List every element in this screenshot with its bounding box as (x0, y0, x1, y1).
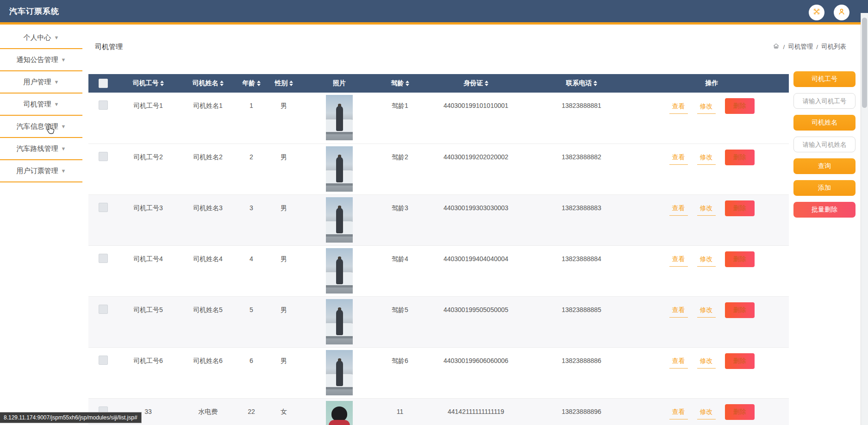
scrollbar-thumb[interactable] (862, 18, 867, 108)
column-header: 操作 (635, 74, 789, 93)
sidebar-item[interactable]: 个人中心 ▼ (0, 27, 82, 49)
row-checkbox[interactable] (99, 100, 108, 110)
breadcrumb-section[interactable]: 司机管理 (788, 43, 813, 51)
column-header-label: 性别 (275, 79, 288, 87)
sidebar-item[interactable]: 通知公告管理 ▼ (0, 49, 82, 71)
view-link[interactable]: 查看 (669, 357, 688, 369)
age-cell: 22 (237, 398, 265, 425)
home-icon[interactable] (773, 43, 780, 51)
sort-icon[interactable] (160, 81, 164, 86)
table-row: 司机工号1 司机姓名1 1 男 驾龄1 440300199101010001 1… (88, 93, 789, 144)
driving-years-cell: 驾龄3 (376, 194, 424, 245)
sidebar-item-label: 个人中心 (24, 33, 51, 42)
column-header[interactable]: 年龄 (237, 74, 265, 93)
view-link[interactable]: 查看 (669, 102, 688, 114)
sidebar-item[interactable]: 汽车路线管理 ▼ (0, 138, 82, 160)
age-cell: 6 (237, 347, 265, 398)
chevron-down-icon: ▼ (54, 101, 59, 107)
driver-no-cell: 司机工号3 (118, 194, 178, 245)
sidebar-item[interactable]: 用户管理 ▼ (0, 71, 82, 94)
phone-cell: 13823888896 (528, 398, 635, 425)
column-header[interactable]: 身份证 (424, 74, 528, 93)
row-checkbox[interactable] (99, 152, 108, 161)
column-header[interactable]: 司机工号 (118, 74, 178, 93)
driver-no-cell: 司机工号4 (118, 245, 178, 296)
batch-delete-button[interactable]: 批量删除 (793, 202, 856, 218)
add-button[interactable]: 添加 (793, 180, 856, 196)
driver-no-cell: 司机工号6 (118, 347, 178, 398)
row-checkbox[interactable] (99, 254, 108, 263)
view-link[interactable]: 查看 (669, 153, 688, 165)
edit-link[interactable]: 修改 (697, 255, 716, 267)
view-link[interactable]: 查看 (669, 204, 688, 216)
id-card-cell: 440300199303030003 (424, 194, 528, 245)
sort-icon[interactable] (220, 81, 224, 86)
driver-name-cell: 司机姓名4 (178, 245, 237, 296)
driver-photo (326, 248, 353, 294)
row-checkbox[interactable] (99, 203, 108, 212)
column-header[interactable]: 联系电话 (528, 74, 635, 93)
column-header-label: 操作 (706, 79, 718, 87)
column-header: 照片 (302, 74, 376, 93)
driver-no-cell: 司机工号2 (118, 144, 178, 194)
sidebar-item[interactable]: 汽车信息管理 ▼ (0, 116, 82, 138)
id-card-cell: 44142111111111119 (424, 398, 528, 425)
edit-link[interactable]: 修改 (697, 102, 716, 114)
row-checkbox[interactable] (99, 356, 108, 365)
vertical-scrollbar[interactable] (861, 13, 868, 425)
view-link[interactable]: 查看 (669, 255, 688, 267)
breadcrumb-separator: / (783, 44, 785, 50)
gender-cell: 男 (265, 347, 302, 398)
column-header[interactable]: 性别 (265, 74, 302, 93)
column-header[interactable]: 驾龄 (376, 74, 424, 93)
gender-cell: 男 (265, 245, 302, 296)
breadcrumb-page: 司机列表 (821, 43, 846, 51)
sidebar-item-label: 用户管理 (24, 78, 51, 87)
age-cell: 4 (237, 245, 265, 296)
delete-button[interactable]: 删除 (725, 98, 755, 114)
edit-link[interactable]: 修改 (697, 357, 716, 369)
sort-icon[interactable] (593, 81, 597, 86)
gender-cell: 男 (265, 194, 302, 245)
driver-no-input[interactable] (793, 93, 856, 109)
delete-button[interactable]: 删除 (725, 251, 755, 267)
page-title: 司机管理 (95, 43, 123, 51)
view-link[interactable]: 查看 (669, 306, 688, 318)
phone-cell: 13823888884 (528, 245, 635, 296)
driver-name-cell: 司机姓名2 (178, 144, 237, 194)
sort-icon[interactable] (406, 81, 409, 86)
query-button[interactable]: 查询 (793, 158, 856, 174)
sidebar-item-label: 司机管理 (24, 100, 51, 109)
delete-button[interactable]: 删除 (725, 353, 755, 369)
driver-no-label-button[interactable]: 司机工号 (793, 71, 856, 87)
view-link[interactable]: 查看 (669, 408, 688, 419)
fullscreen-button[interactable] (809, 5, 824, 20)
user-button[interactable] (834, 5, 849, 20)
delete-button[interactable]: 删除 (725, 200, 755, 216)
driver-name-label-button[interactable]: 司机姓名 (793, 115, 856, 131)
sidebar-item[interactable]: 用户订票管理 ▼ (0, 160, 82, 182)
edit-link[interactable]: 修改 (697, 204, 716, 216)
id-card-cell: 440300199505050005 (424, 296, 528, 347)
sidebar-item[interactable]: 司机管理 ▼ (0, 94, 82, 116)
age-cell: 5 (237, 296, 265, 347)
gender-cell: 女 (265, 398, 302, 425)
delete-button[interactable]: 删除 (725, 302, 755, 318)
delete-button[interactable]: 删除 (725, 404, 755, 420)
select-all-checkbox[interactable] (99, 79, 108, 88)
driving-years-cell: 11 (376, 398, 424, 425)
driver-name-input[interactable] (793, 137, 856, 152)
row-checkbox[interactable] (99, 305, 108, 314)
age-cell: 2 (237, 144, 265, 194)
sort-icon[interactable] (257, 81, 261, 86)
driver-name-cell: 水电费 (178, 398, 237, 425)
phone-cell: 13823888885 (528, 296, 635, 347)
edit-link[interactable]: 修改 (697, 153, 716, 165)
delete-button[interactable]: 删除 (725, 150, 755, 165)
sort-icon[interactable] (485, 81, 488, 86)
edit-link[interactable]: 修改 (697, 306, 716, 318)
sort-icon[interactable] (289, 81, 293, 86)
edit-link[interactable]: 修改 (697, 408, 716, 419)
chevron-down-icon: ▼ (61, 146, 66, 151)
column-header[interactable]: 司机姓名 (178, 74, 237, 93)
